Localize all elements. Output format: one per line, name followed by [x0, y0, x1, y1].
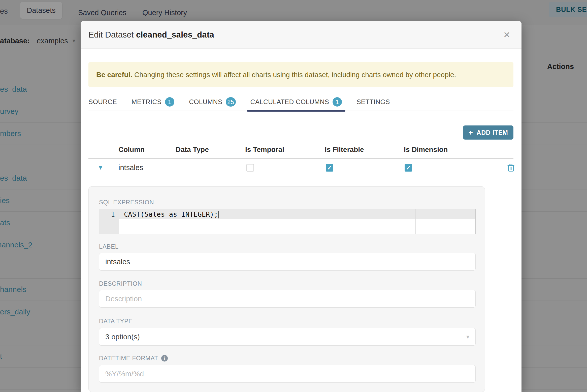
- info-icon[interactable]: i: [161, 355, 168, 362]
- sql-expression-label: SQL EXPRESSION: [99, 199, 154, 206]
- modal-title-dataset-name: cleaned_sales_data: [136, 30, 214, 39]
- modal-header: Edit Dataset cleaned_sales_data ✕: [81, 21, 521, 49]
- editor-print-margin: [415, 209, 416, 234]
- close-icon[interactable]: ✕: [503, 30, 511, 39]
- sql-expression-editor[interactable]: 1 CAST(Sales as INTEGER);: [99, 209, 476, 234]
- modal-title: Edit Dataset cleaned_sales_data: [88, 30, 214, 40]
- tab-settings[interactable]: SETTINGS: [356, 93, 390, 111]
- add-item-button[interactable]: + ADD ITEM: [463, 125, 513, 140]
- column-header-is-dimension: Is Dimension: [404, 146, 448, 154]
- description-field-label: DESCRIPTION: [99, 280, 142, 287]
- metrics-count-badge: 1: [165, 97, 174, 107]
- modal-title-prefix: Edit Dataset: [88, 30, 134, 39]
- check-icon: ✓: [327, 164, 332, 171]
- editor-cursor: [218, 211, 219, 218]
- is-temporal-checkbox[interactable]: [246, 164, 254, 172]
- calculated-column-detail-panel: SQL EXPRESSION 1 CAST(Sales as INTEGER);…: [88, 186, 485, 392]
- table-header-divider: [88, 158, 513, 159]
- edit-dataset-modal: Edit Dataset cleaned_sales_data ✕ Be car…: [81, 21, 521, 392]
- description-input[interactable]: [99, 290, 476, 308]
- column-header-is-temporal: Is Temporal: [245, 146, 284, 154]
- row-expander-caret-icon[interactable]: ▾: [99, 163, 102, 172]
- editor-line-number: 1: [111, 211, 115, 218]
- calculated-column-name: intsales: [118, 164, 143, 172]
- editor-code-line: CAST(Sales as INTEGER);: [124, 210, 219, 218]
- column-header-is-filterable: Is Filterable: [325, 146, 364, 154]
- data-type-field-label: DATA TYPE: [99, 318, 133, 325]
- editor-gutter: 1: [99, 209, 119, 234]
- warning-banner: Be careful. Changing these settings will…: [88, 62, 513, 87]
- tab-calculated-columns[interactable]: CALCULATED COLUMNS 1: [250, 93, 342, 111]
- plus-icon: +: [469, 128, 473, 137]
- label-input[interactable]: [99, 253, 476, 271]
- tab-columns[interactable]: COLUMNS 25: [189, 93, 236, 111]
- warning-text: Be careful. Changing these settings will…: [96, 71, 456, 79]
- tab-source[interactable]: SOURCE: [88, 93, 117, 111]
- modal-tabs: SOURCE METRICS 1 COLUMNS 25 CALCULATED C…: [88, 93, 513, 111]
- is-filterable-checkbox[interactable]: ✓: [326, 164, 333, 172]
- datetime-format-input[interactable]: [99, 365, 476, 383]
- columns-count-badge: 25: [226, 97, 236, 107]
- caret-down-icon: ▾: [466, 333, 469, 340]
- calculated-columns-count-badge: 1: [333, 97, 342, 107]
- label-field-label: LABEL: [99, 243, 119, 250]
- data-type-value: 3 option(s): [105, 333, 140, 341]
- column-header-column: Column: [118, 146, 145, 154]
- column-header-data-type: Data Type: [176, 146, 209, 154]
- datetime-format-field-label: DATETIME FORMAT i: [99, 355, 168, 362]
- data-type-select[interactable]: 3 option(s) ▾: [99, 328, 476, 346]
- check-icon: ✓: [406, 164, 411, 171]
- tab-metrics[interactable]: METRICS 1: [132, 93, 174, 111]
- delete-trash-icon[interactable]: [507, 163, 515, 172]
- is-dimension-checkbox[interactable]: ✓: [405, 164, 412, 172]
